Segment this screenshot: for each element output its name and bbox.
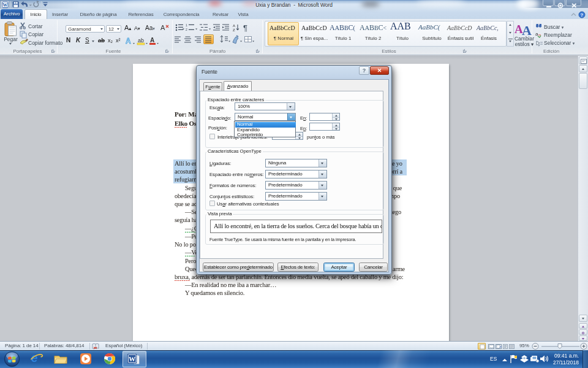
svg-text:Z: Z [233,28,235,32]
svg-text:ab: ab [138,37,144,44]
svg-text:W: W [2,2,7,8]
svg-text:A: A [522,23,532,36]
svg-text:W: W [129,355,135,362]
svg-text:A: A [126,37,131,45]
svg-text:1: 1 [186,23,187,27]
svg-text:e: e [31,351,39,364]
svg-text:A: A [160,24,165,31]
svg-text:2: 2 [186,28,187,31]
svg-text:¶: ¶ [243,23,247,33]
svg-text:?: ? [581,12,584,18]
svg-text:A: A [233,24,235,28]
svg-text:A: A [150,37,154,44]
